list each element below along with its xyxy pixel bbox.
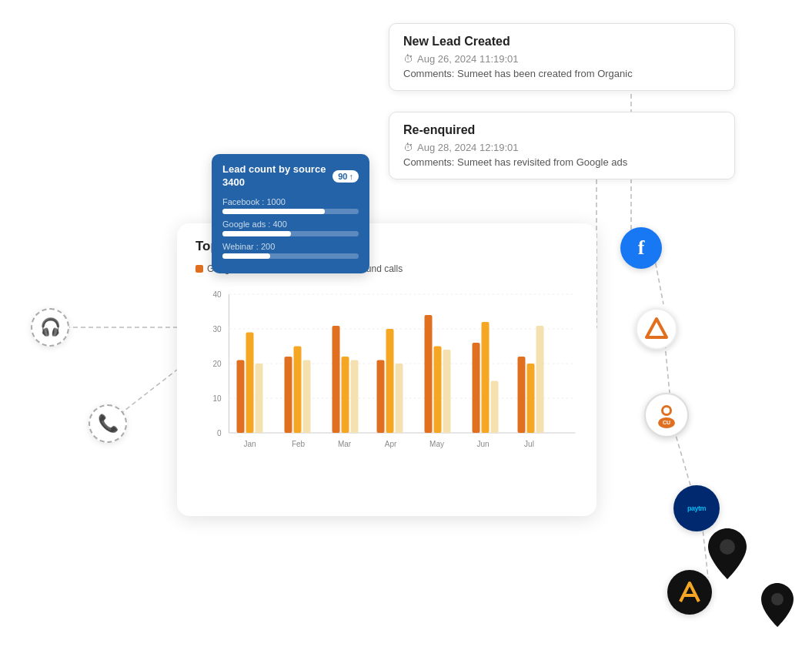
svg-rect-30 [342,357,349,433]
svg-text:20: 20 [212,360,222,368]
svg-text:CU: CU [663,420,670,425]
lead-tooltip-header: Lead count by source 3400 90 ↑ [222,163,359,189]
svg-text:May: May [429,440,444,448]
svg-point-55 [720,539,735,555]
svg-rect-29 [332,326,340,433]
new-lead-card: New Lead Created ⏱ Aug 26, 2024 11:19:01… [389,23,735,91]
svg-rect-22 [246,333,254,434]
svg-rect-43 [491,381,499,434]
lead-tooltip-badge: 90 ↑ [332,170,359,183]
svg-rect-27 [303,360,311,434]
svg-rect-38 [434,347,442,434]
svg-text:Feb: Feb [292,440,306,448]
svg-rect-23 [256,364,263,433]
lead-tooltip-row-webinar: Webinar : 200 [222,242,359,259]
svg-rect-47 [536,326,544,433]
svg-text:Jul: Jul [524,440,534,448]
paytm-brand-circle: paytm [673,485,720,531]
svg-rect-34 [386,329,394,433]
svg-rect-33 [377,360,385,434]
card2-time: ⏱ Aug 28, 2024 12:19:01 [403,142,720,153]
headset-icon: 🎧 [40,317,61,337]
clock-icon: ⏱ [403,53,413,65]
svg-point-52 [663,407,670,414]
svg-text:10: 10 [212,394,222,403]
pin-shape-2 [758,581,797,636]
svg-rect-37 [425,315,433,433]
svg-marker-49 [647,319,667,337]
svg-rect-41 [473,343,480,433]
svg-text:Jun: Jun [476,440,489,448]
card1-time: ⏱ Aug 26, 2024 11:19:01 [403,53,720,65]
lead-tooltip-row-facebook: Facebook : 1000 [222,197,359,214]
bar-chart: 40 30 20 10 0 Jan Feb Mar [195,287,578,456]
svg-rect-45 [518,357,526,433]
svg-rect-39 [443,350,451,433]
svg-rect-25 [285,357,292,433]
lead-tooltip-title: Lead count by source 3400 [222,163,326,189]
lead-tooltip: Lead count by source 3400 90 ↑ Facebook … [212,154,369,273]
collegedunia-brand-circle: CU [644,393,689,437]
lead-tooltip-row-google: Google ads : 400 [222,220,359,236]
svg-rect-21 [237,360,245,434]
svg-rect-35 [396,364,403,433]
svg-text:Mar: Mar [338,440,352,448]
card2-title: Re-enquired [403,123,720,137]
headset-icon-circle: 🎧 [31,308,69,347]
svg-text:0: 0 [217,429,222,437]
re-enquired-card: Re-enquired ⏱ Aug 28, 2024 12:19:01 Comm… [389,112,735,179]
clock-icon2: ⏱ [403,142,413,153]
svg-text:Jan: Jan [243,440,256,448]
svg-rect-26 [294,347,302,434]
card1-title: New Lead Created [403,35,720,49]
svg-rect-46 [527,364,535,433]
svg-text:40: 40 [212,290,222,299]
card2-comment: Comments: Sumeet has revisited from Goog… [403,156,720,168]
svg-rect-42 [482,322,490,433]
google-ads-brand-circle [636,308,677,350]
facebook-brand-circle: f [620,227,662,269]
svg-rect-31 [351,360,359,434]
phone-icon: 📞 [98,414,119,434]
card1-comment: Comments: Sumeet has been created from O… [403,68,720,79]
svg-point-56 [771,593,784,605]
chart-area: 40 30 20 10 0 Jan Feb Mar [195,287,578,456]
svg-text:30: 30 [212,325,222,334]
pin-shape-1 [704,525,750,590]
phone-icon-circle: 📞 [89,404,127,443]
svg-text:Apr: Apr [385,440,397,448]
